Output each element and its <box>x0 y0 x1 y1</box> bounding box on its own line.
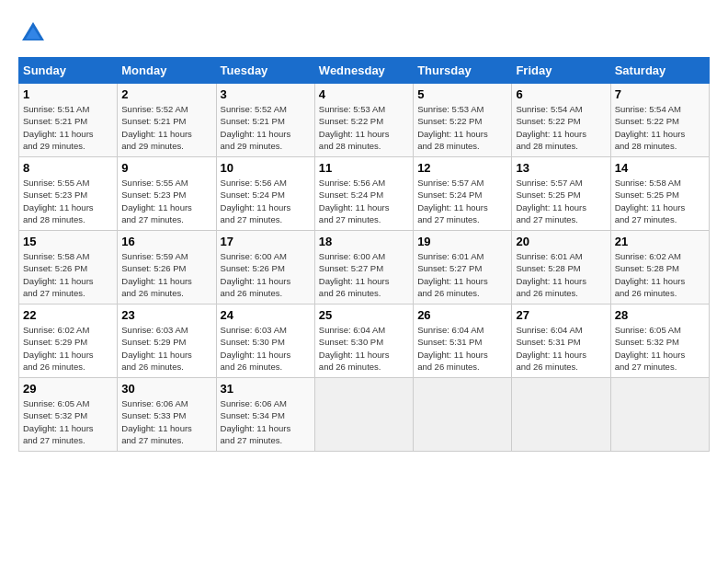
day-header-friday: Friday <box>512 58 610 84</box>
logo <box>18 18 51 48</box>
calendar-cell: 23Sunrise: 6:03 AM Sunset: 5:29 PM Dayli… <box>118 304 216 378</box>
day-info: Sunrise: 6:01 AM Sunset: 5:27 PM Dayligh… <box>417 250 507 299</box>
day-info: Sunrise: 5:53 AM Sunset: 5:22 PM Dayligh… <box>319 103 409 152</box>
day-info: Sunrise: 5:57 AM Sunset: 5:25 PM Dayligh… <box>516 177 606 225</box>
day-number: 29 <box>23 382 113 396</box>
day-number: 1 <box>23 87 113 101</box>
day-info: Sunrise: 5:51 AM Sunset: 5:21 PM Dayligh… <box>23 103 113 152</box>
day-number: 14 <box>615 161 705 175</box>
calendar-cell: 5Sunrise: 5:53 AM Sunset: 5:22 PM Daylig… <box>414 84 512 157</box>
day-number: 28 <box>615 308 705 322</box>
day-info: Sunrise: 5:56 AM Sunset: 5:24 PM Dayligh… <box>221 177 311 225</box>
day-number: 26 <box>417 308 507 322</box>
logo-icon <box>18 18 48 48</box>
calendar-cell: 12Sunrise: 5:57 AM Sunset: 5:24 PM Dayli… <box>414 157 512 231</box>
day-info: Sunrise: 6:01 AM Sunset: 5:28 PM Dayligh… <box>516 250 606 299</box>
calendar-cell: 14Sunrise: 5:58 AM Sunset: 5:25 PM Dayli… <box>610 157 709 231</box>
calendar-cell: 20Sunrise: 6:01 AM Sunset: 5:28 PM Dayli… <box>512 231 610 304</box>
day-number: 13 <box>516 161 606 175</box>
day-info: Sunrise: 5:56 AM Sunset: 5:24 PM Dayligh… <box>319 177 409 225</box>
day-number: 23 <box>121 308 211 322</box>
day-number: 30 <box>121 382 211 396</box>
day-info: Sunrise: 5:52 AM Sunset: 5:21 PM Dayligh… <box>221 103 311 152</box>
day-header-tuesday: Tuesday <box>216 58 314 84</box>
day-info: Sunrise: 5:53 AM Sunset: 5:22 PM Dayligh… <box>417 103 507 152</box>
day-number: 4 <box>319 87 409 101</box>
calendar-cell: 21Sunrise: 6:02 AM Sunset: 5:28 PM Dayli… <box>610 231 709 304</box>
calendar-cell <box>414 378 512 452</box>
day-info: Sunrise: 6:05 AM Sunset: 5:32 PM Dayligh… <box>23 397 113 446</box>
calendar-cell: 15Sunrise: 5:58 AM Sunset: 5:26 PM Dayli… <box>19 231 118 304</box>
day-number: 31 <box>221 382 311 396</box>
day-number: 3 <box>221 87 311 101</box>
calendar-week-5: 29Sunrise: 6:05 AM Sunset: 5:32 PM Dayli… <box>19 378 710 452</box>
day-number: 24 <box>221 308 311 322</box>
calendar-cell: 3Sunrise: 5:52 AM Sunset: 5:21 PM Daylig… <box>216 84 314 157</box>
day-info: Sunrise: 6:03 AM Sunset: 5:30 PM Dayligh… <box>221 324 311 373</box>
calendar-week-2: 8Sunrise: 5:55 AM Sunset: 5:23 PM Daylig… <box>19 157 710 231</box>
day-header-wednesday: Wednesday <box>314 58 413 84</box>
day-info: Sunrise: 6:02 AM Sunset: 5:29 PM Dayligh… <box>23 324 113 373</box>
calendar-cell: 9Sunrise: 5:55 AM Sunset: 5:23 PM Daylig… <box>118 157 216 231</box>
day-number: 15 <box>23 235 113 248</box>
day-header-saturday: Saturday <box>610 58 709 84</box>
day-info: Sunrise: 5:57 AM Sunset: 5:24 PM Dayligh… <box>417 177 507 225</box>
calendar-cell: 27Sunrise: 6:04 AM Sunset: 5:31 PM Dayli… <box>512 304 610 378</box>
calendar-cell: 16Sunrise: 5:59 AM Sunset: 5:26 PM Dayli… <box>118 231 216 304</box>
day-info: Sunrise: 6:04 AM Sunset: 5:31 PM Dayligh… <box>516 324 606 373</box>
day-info: Sunrise: 6:06 AM Sunset: 5:34 PM Dayligh… <box>221 397 311 446</box>
day-number: 19 <box>417 235 507 248</box>
calendar-cell: 10Sunrise: 5:56 AM Sunset: 5:24 PM Dayli… <box>216 157 314 231</box>
day-number: 8 <box>23 161 113 175</box>
calendar-cell: 1Sunrise: 5:51 AM Sunset: 5:21 PM Daylig… <box>19 84 118 157</box>
day-number: 11 <box>319 161 409 175</box>
calendar-cell <box>512 378 610 452</box>
calendar-cell: 30Sunrise: 6:06 AM Sunset: 5:33 PM Dayli… <box>118 378 216 452</box>
day-info: Sunrise: 5:59 AM Sunset: 5:26 PM Dayligh… <box>121 250 211 299</box>
day-number: 27 <box>516 308 606 322</box>
day-info: Sunrise: 5:52 AM Sunset: 5:21 PM Dayligh… <box>121 103 211 152</box>
day-number: 2 <box>121 87 211 101</box>
calendar-cell: 28Sunrise: 6:05 AM Sunset: 5:32 PM Dayli… <box>610 304 709 378</box>
day-number: 16 <box>121 235 211 248</box>
day-number: 18 <box>319 235 409 248</box>
calendar-cell: 18Sunrise: 6:00 AM Sunset: 5:27 PM Dayli… <box>314 231 413 304</box>
day-info: Sunrise: 6:04 AM Sunset: 5:31 PM Dayligh… <box>417 324 507 373</box>
day-info: Sunrise: 6:04 AM Sunset: 5:30 PM Dayligh… <box>319 324 409 373</box>
day-info: Sunrise: 5:55 AM Sunset: 5:23 PM Dayligh… <box>121 177 211 225</box>
day-info: Sunrise: 6:05 AM Sunset: 5:32 PM Dayligh… <box>615 324 705 373</box>
day-info: Sunrise: 5:55 AM Sunset: 5:23 PM Dayligh… <box>23 177 113 225</box>
header-row: SundayMondayTuesdayWednesdayThursdayFrid… <box>19 58 710 84</box>
day-number: 12 <box>417 161 507 175</box>
day-number: 21 <box>615 235 705 248</box>
day-info: Sunrise: 6:06 AM Sunset: 5:33 PM Dayligh… <box>121 397 211 446</box>
calendar-week-3: 15Sunrise: 5:58 AM Sunset: 5:26 PM Dayli… <box>19 231 710 304</box>
calendar-table: SundayMondayTuesdayWednesdayThursdayFrid… <box>18 57 710 452</box>
calendar-week-1: 1Sunrise: 5:51 AM Sunset: 5:21 PM Daylig… <box>19 84 710 157</box>
day-number: 5 <box>417 87 507 101</box>
day-number: 25 <box>319 308 409 322</box>
calendar-cell: 13Sunrise: 5:57 AM Sunset: 5:25 PM Dayli… <box>512 157 610 231</box>
day-info: Sunrise: 5:58 AM Sunset: 5:25 PM Dayligh… <box>615 177 705 225</box>
header <box>18 18 710 48</box>
calendar-cell: 17Sunrise: 6:00 AM Sunset: 5:26 PM Dayli… <box>216 231 314 304</box>
day-info: Sunrise: 6:02 AM Sunset: 5:28 PM Dayligh… <box>615 250 705 299</box>
day-number: 9 <box>121 161 211 175</box>
calendar-cell: 26Sunrise: 6:04 AM Sunset: 5:31 PM Dayli… <box>414 304 512 378</box>
day-number: 6 <box>516 87 606 101</box>
day-info: Sunrise: 6:00 AM Sunset: 5:26 PM Dayligh… <box>221 250 311 299</box>
day-number: 17 <box>221 235 311 248</box>
day-number: 7 <box>615 87 705 101</box>
calendar-cell: 24Sunrise: 6:03 AM Sunset: 5:30 PM Dayli… <box>216 304 314 378</box>
calendar-cell: 29Sunrise: 6:05 AM Sunset: 5:32 PM Dayli… <box>19 378 118 452</box>
calendar-cell: 25Sunrise: 6:04 AM Sunset: 5:30 PM Dayli… <box>314 304 413 378</box>
day-info: Sunrise: 6:00 AM Sunset: 5:27 PM Dayligh… <box>319 250 409 299</box>
calendar-cell: 2Sunrise: 5:52 AM Sunset: 5:21 PM Daylig… <box>118 84 216 157</box>
calendar-cell: 6Sunrise: 5:54 AM Sunset: 5:22 PM Daylig… <box>512 84 610 157</box>
calendar-cell: 8Sunrise: 5:55 AM Sunset: 5:23 PM Daylig… <box>19 157 118 231</box>
calendar-cell <box>314 378 413 452</box>
calendar-cell: 11Sunrise: 5:56 AM Sunset: 5:24 PM Dayli… <box>314 157 413 231</box>
calendar-cell: 7Sunrise: 5:54 AM Sunset: 5:22 PM Daylig… <box>610 84 709 157</box>
day-number: 10 <box>221 161 311 175</box>
calendar-cell: 4Sunrise: 5:53 AM Sunset: 5:22 PM Daylig… <box>314 84 413 157</box>
